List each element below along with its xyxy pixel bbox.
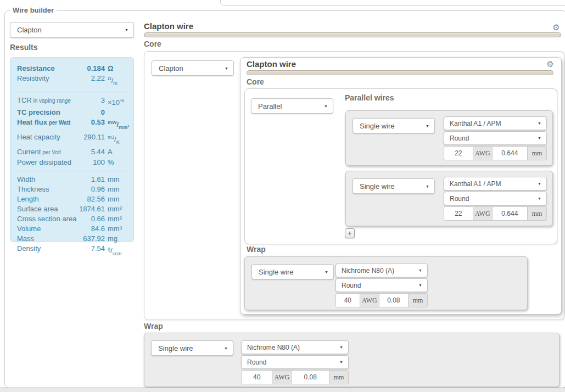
wire-kind-select[interactable]: Single wire ▼ [353, 118, 435, 133]
profile-select[interactable]: Round ▼ [335, 278, 428, 292]
result-row: Heat flux per Watt0.53mW/mm² [17, 117, 127, 132]
outer-wire-title: Clapton wire [144, 21, 193, 31]
bottom-strip [0, 388, 565, 392]
gauge-input[interactable]: 22 [444, 206, 473, 221]
result-row: Resistance0.184Ω [17, 64, 127, 74]
chevron-down-icon: ▼ [324, 104, 333, 108]
chevron-down-icon: ▼ [325, 270, 333, 274]
material-select[interactable]: Kanthal A1 / APM ▼ [444, 116, 547, 130]
diameter-unit-label: mm [527, 146, 547, 160]
diameter-input-group: 40 AWG 0.08 mm [335, 293, 428, 307]
inner-core-type-select[interactable]: Parallel ▼ [251, 98, 333, 114]
wire-wizard-screen: Wire builder Clapton ▼ Results Resistanc… [0, 0, 565, 392]
chevron-down-icon: ▼ [224, 346, 233, 350]
chevron-down-icon: ▼ [538, 121, 546, 125]
wire-spec-column: Nichrome N80 (A) ▼ Round ▼ 40 AWG 0.08 m… [335, 264, 428, 307]
gauge-unit-label: AWG [473, 146, 493, 160]
result-row: TCR in vaping range3×10-6 [17, 96, 127, 108]
inner-wire-title: Clapton wire [247, 59, 296, 69]
add-wire-button[interactable]: + [345, 228, 355, 238]
diameter-input[interactable]: 0.644 [492, 146, 528, 160]
chevron-down-icon: ▼ [339, 345, 348, 349]
profile-select[interactable]: Round ▼ [444, 131, 547, 145]
chevron-down-icon: ▼ [426, 184, 434, 188]
material-select[interactable]: Nichrome N80 (A) ▼ [335, 264, 428, 277]
profile-select[interactable]: Round ▼ [444, 192, 547, 205]
gauge-input[interactable]: 40 [241, 370, 272, 384]
material-select[interactable]: Kanthal A1 / APM ▼ [444, 177, 547, 191]
gear-icon[interactable]: ⚙ [551, 23, 561, 32]
result-row: Power dissipated100% [17, 158, 127, 167]
gauge-unit-label: AWG [473, 206, 493, 221]
diameter-input[interactable]: 0.644 [492, 206, 528, 221]
wire-kind-select[interactable]: Single wire ▼ [353, 178, 435, 194]
gauge-input[interactable]: 40 [335, 293, 360, 307]
chevron-down-icon: ▼ [339, 360, 348, 364]
gear-icon[interactable]: ⚙ [545, 59, 555, 69]
parallel-wire-card: Single wire ▼ Kanthal A1 / APM ▼ Round ▼… [345, 110, 553, 166]
chevron-down-icon: ▼ [418, 283, 427, 287]
profile-select[interactable]: Round ▼ [241, 355, 349, 369]
chevron-down-icon: ▼ [418, 268, 427, 272]
chevron-down-icon: ▼ [225, 66, 233, 70]
results-list: Resistance0.184ΩResistivity2.22Ω/mTCR in… [17, 64, 127, 259]
chevron-down-icon: ▼ [426, 124, 434, 128]
result-row: Density7.54g/ccm [17, 244, 127, 259]
result-row: Surface area1874.61mm² [17, 204, 127, 214]
results-separator [17, 171, 127, 171]
results-heading: Results [10, 43, 38, 52]
inner-core-label: Core [247, 77, 264, 86]
inner-wrap-wire-card: Single wire ▼ Nichrome N80 (A) ▼ Round ▼… [244, 256, 528, 310]
results-separator [17, 92, 127, 92]
result-row: Length82.56mm [17, 194, 127, 204]
diameter-unit-label: mm [527, 206, 547, 221]
outer-wire-progressbar [144, 32, 561, 37]
result-row: Current per Volt5.44A [17, 147, 127, 158]
diameter-unit-label: mm [408, 293, 428, 307]
result-row: TC precision0 [17, 108, 127, 117]
wire-spec-column: Nichrome N80 (A) ▼ Round ▼ 40 AWG 0.08 m… [241, 340, 349, 384]
outer-wrap-wire-card: Single wire ▼ Nichrome N80 (A) ▼ Round ▼… [144, 333, 560, 387]
parallel-wires-heading: Parallel wires [345, 93, 394, 102]
gauge-input[interactable]: 22 [444, 146, 473, 160]
inner-wire-progressbar [247, 70, 553, 75]
top-input-partial[interactable] [220, 0, 565, 6]
chevron-down-icon: ▼ [538, 136, 546, 140]
outer-core-type-select[interactable]: Clapton ▼ [152, 60, 234, 76]
result-row: Resistivity2.22Ω/m [17, 74, 127, 88]
material-select[interactable]: Nichrome N80 (A) ▼ [241, 340, 349, 354]
outer-wrap-label: Wrap [144, 322, 163, 331]
chevron-down-icon: ▼ [538, 197, 546, 200]
wire-builder-type-select[interactable]: Clapton ▼ [10, 22, 134, 38]
wire-kind-select[interactable]: Single wire ▼ [251, 264, 334, 279]
diameter-input[interactable]: 0.08 [291, 370, 329, 384]
wire-spec-column: Kanthal A1 / APM ▼ Round ▼ 22 AWG 0.644 … [444, 116, 547, 160]
result-row: Cross section area0.66mm² [17, 214, 127, 224]
diameter-input-group: 40 AWG 0.08 mm [241, 370, 349, 384]
result-row: Volume84.6mm³ [17, 224, 127, 234]
result-row: Heat capacity290.11mJ/K [17, 132, 127, 147]
diameter-input-group: 22 AWG 0.644 mm [444, 206, 547, 221]
gauge-unit-label: AWG [360, 293, 379, 307]
diameter-input[interactable]: 0.08 [379, 293, 409, 307]
results-panel: Resistance0.184ΩResistivity2.22Ω/mTCR in… [10, 57, 134, 242]
diameter-input-group: 22 AWG 0.644 mm [444, 146, 547, 160]
chevron-down-icon: ▼ [538, 182, 546, 186]
wire-kind-select[interactable]: Single wire ▼ [151, 340, 233, 356]
result-row: Mass637.92mg [17, 234, 127, 244]
chevron-down-icon: ▼ [125, 28, 133, 32]
result-row: Width1.61mm [17, 175, 127, 184]
inner-wrap-label: Wrap [247, 245, 266, 254]
outer-core-label: Core [144, 40, 161, 48]
result-row: Thickness0.96mm [17, 184, 127, 194]
parallel-wire-card: Single wire ▼ Kanthal A1 / APM ▼ Round ▼… [345, 171, 553, 226]
gauge-unit-label: AWG [272, 370, 292, 384]
wire-spec-column: Kanthal A1 / APM ▼ Round ▼ 22 AWG 0.644 … [444, 177, 547, 221]
diameter-unit-label: mm [329, 370, 349, 384]
wire-builder-legend: Wire builder [10, 6, 57, 14]
